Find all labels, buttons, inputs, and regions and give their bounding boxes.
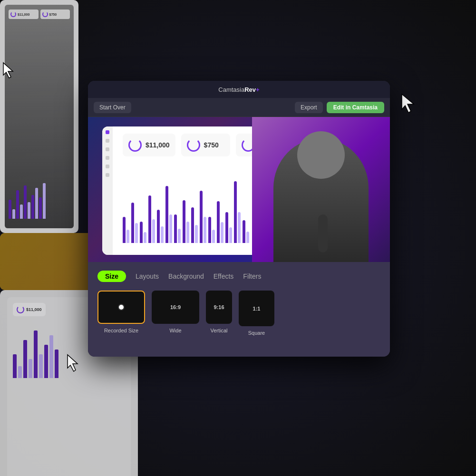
tab-layouts[interactable]: Layouts (136, 271, 159, 282)
sidebar-icon-home (106, 130, 109, 134)
size-label-recorded: Recorded Size (104, 328, 138, 333)
tab-effects[interactable]: Effects (214, 271, 234, 282)
sidebar-icon-4 (106, 156, 109, 160)
size-label-vertical: Vertical (210, 328, 227, 333)
start-over-button[interactable]: Start Over (94, 102, 131, 113)
recorded-size-dot (118, 304, 125, 311)
toolbar: Start Over Export Edit in Camtasia (88, 98, 390, 117)
size-option-wide[interactable]: 16:9 Wide (152, 291, 199, 336)
stat-ring-2 (187, 138, 200, 152)
bg-card-left: $11,000 $750 (0, 0, 78, 233)
title-plus: + (256, 86, 260, 93)
preview-person-overlay (252, 117, 390, 262)
size-ratio-wide: 16:9 (170, 304, 181, 310)
title-bar: CamtasiaRev+ (88, 81, 390, 98)
preview-area: $11,000 $750 (88, 117, 390, 262)
toolbar-right: Export Edit in Camtasia (295, 102, 384, 113)
title-rev: Rev (244, 86, 256, 93)
cursor-arrow-top-left (2, 62, 16, 81)
sidebar-icon-2 (106, 139, 109, 143)
export-button[interactable]: Export (295, 102, 323, 113)
tab-filters[interactable]: Filters (243, 271, 261, 282)
size-options: Recorded Size 16:9 Wide 9:16 Vertical 1:… (97, 291, 380, 336)
stat-value-1: $11,000 (146, 141, 170, 149)
size-ratio-vertical: 9:16 (214, 304, 224, 310)
stat-card-1: $11,000 (123, 134, 175, 156)
sidebar-icon-3 (106, 147, 109, 151)
size-option-square[interactable]: 1:1 Square (239, 291, 274, 336)
stat-ring-1 (128, 138, 142, 152)
tabs-row: Size Layouts Background Effects Filters (97, 271, 380, 282)
preview-sidebar (102, 126, 113, 255)
cursor-arrow-right (400, 93, 417, 115)
size-thumbnail-square[interactable]: 1:1 (239, 291, 274, 326)
size-thumbnail-vertical[interactable]: 9:16 (206, 291, 232, 324)
title-camtasia: Camtasia (218, 86, 244, 93)
tab-background[interactable]: Background (168, 271, 204, 282)
size-thumbnail-wide[interactable]: 16:9 (152, 291, 199, 324)
size-thumbnail-recorded[interactable] (97, 291, 145, 324)
stat-value-2: $750 (204, 141, 219, 149)
size-label-wide: Wide (169, 328, 181, 333)
stat-card-2: $750 (181, 134, 231, 156)
size-label-square: Square (248, 330, 265, 336)
tab-size[interactable]: Size (97, 271, 126, 282)
size-option-recorded[interactable]: Recorded Size (97, 291, 145, 336)
main-window: CamtasiaRev+ Start Over Export Edit in C… (88, 81, 390, 357)
edit-in-camtasia-button[interactable]: Edit in Camtasia (327, 102, 384, 113)
cursor-arrow-bottom-left (67, 354, 81, 374)
controls-panel: Size Layouts Background Effects Filters … (88, 262, 390, 357)
sidebar-icon-5 (106, 165, 109, 168)
size-option-vertical[interactable]: 9:16 Vertical (206, 291, 232, 336)
sidebar-icon-6 (106, 173, 109, 177)
size-ratio-square: 1:1 (253, 306, 261, 311)
app-title: CamtasiaRev+ (218, 86, 259, 93)
